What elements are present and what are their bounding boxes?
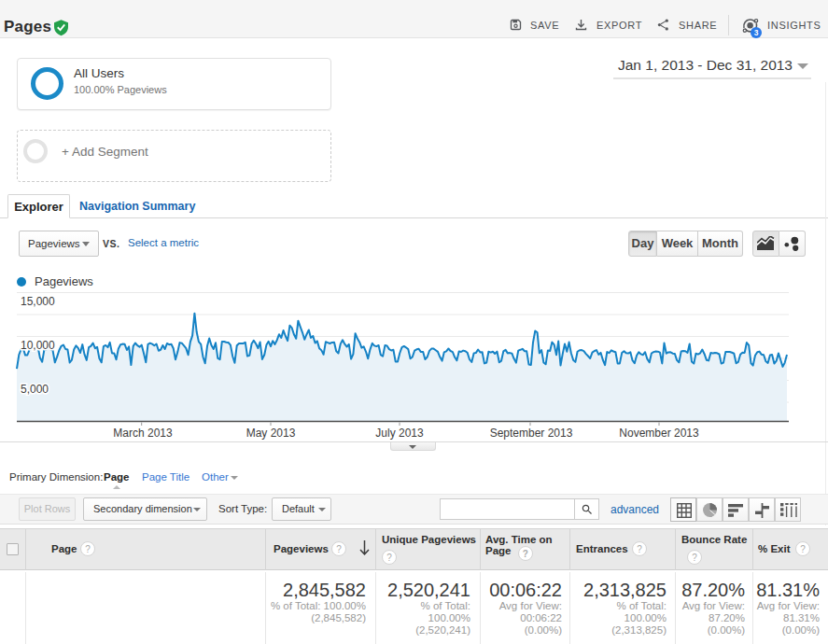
svg-text:15,000: 15,000 <box>21 295 55 308</box>
svg-text:5,000: 5,000 <box>21 383 49 396</box>
svg-text:July 2013: July 2013 <box>375 427 424 440</box>
svg-text:September 2013: September 2013 <box>490 427 573 440</box>
svg-text:November 2013: November 2013 <box>619 427 699 440</box>
svg-text:10,000: 10,000 <box>21 339 55 352</box>
svg-text:May 2013: May 2013 <box>246 427 296 440</box>
svg-text:March 2013: March 2013 <box>113 427 173 440</box>
